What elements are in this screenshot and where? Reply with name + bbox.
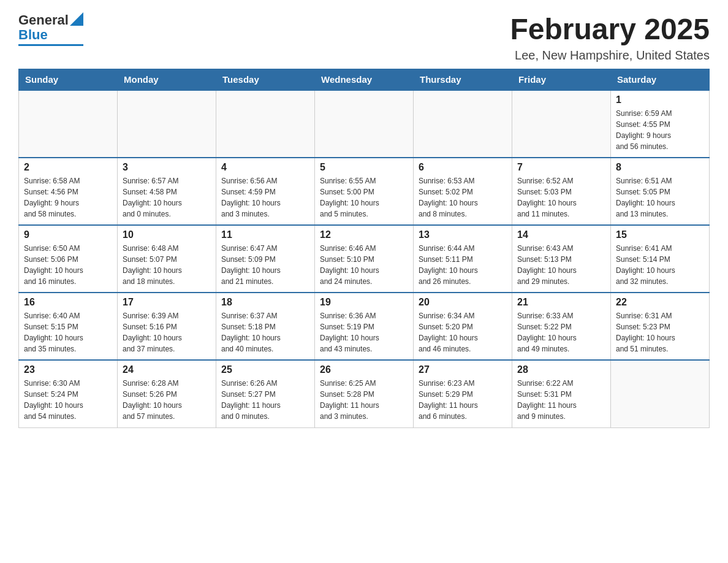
calendar-cell: 2Sunrise: 6:58 AM Sunset: 4:56 PM Daylig… <box>19 158 118 225</box>
day-info: Sunrise: 6:23 AM Sunset: 5:29 PM Dayligh… <box>419 378 507 422</box>
calendar-cell: 9Sunrise: 6:50 AM Sunset: 5:06 PM Daylig… <box>19 225 118 293</box>
calendar-cell: 23Sunrise: 6:30 AM Sunset: 5:24 PM Dayli… <box>19 360 118 427</box>
calendar-cell: 20Sunrise: 6:34 AM Sunset: 5:20 PM Dayli… <box>414 293 512 360</box>
day-info: Sunrise: 6:58 AM Sunset: 4:56 PM Dayligh… <box>24 175 112 220</box>
day-info: Sunrise: 6:47 AM Sunset: 5:09 PM Dayligh… <box>221 243 309 287</box>
day-info: Sunrise: 6:31 AM Sunset: 5:23 PM Dayligh… <box>616 310 704 354</box>
day-info: Sunrise: 6:26 AM Sunset: 5:27 PM Dayligh… <box>221 378 309 422</box>
day-info: Sunrise: 6:25 AM Sunset: 5:28 PM Dayligh… <box>320 378 408 422</box>
calendar-cell: 22Sunrise: 6:31 AM Sunset: 5:23 PM Dayli… <box>611 293 710 360</box>
day-info: Sunrise: 6:22 AM Sunset: 5:31 PM Dayligh… <box>517 378 605 422</box>
calendar-cell: 16Sunrise: 6:40 AM Sunset: 5:15 PM Dayli… <box>19 293 118 360</box>
day-number: 18 <box>221 297 309 308</box>
day-info: Sunrise: 6:50 AM Sunset: 5:06 PM Dayligh… <box>24 243 112 287</box>
day-info: Sunrise: 6:44 AM Sunset: 5:11 PM Dayligh… <box>419 243 507 287</box>
day-number: 20 <box>419 297 507 308</box>
calendar-cell: 1Sunrise: 6:59 AM Sunset: 4:55 PM Daylig… <box>611 90 710 158</box>
day-info: Sunrise: 6:34 AM Sunset: 5:20 PM Dayligh… <box>419 310 507 354</box>
title-block: February 2025 Lee, New Hampshire, United… <box>510 12 710 63</box>
calendar-cell: 10Sunrise: 6:48 AM Sunset: 5:07 PM Dayli… <box>118 225 216 293</box>
day-number: 24 <box>123 364 211 375</box>
calendar-header-row: SundayMondayTuesdayWednesdayThursdayFrid… <box>19 69 710 91</box>
day-of-week-header: Monday <box>118 69 216 91</box>
day-info: Sunrise: 6:41 AM Sunset: 5:14 PM Dayligh… <box>616 243 704 287</box>
day-info: Sunrise: 6:33 AM Sunset: 5:22 PM Dayligh… <box>517 310 605 354</box>
calendar-week-row: 1Sunrise: 6:59 AM Sunset: 4:55 PM Daylig… <box>19 90 710 158</box>
calendar-cell: 8Sunrise: 6:51 AM Sunset: 5:05 PM Daylig… <box>611 158 710 225</box>
calendar-cell <box>414 90 512 158</box>
day-number: 21 <box>517 297 605 308</box>
calendar-cell: 18Sunrise: 6:37 AM Sunset: 5:18 PM Dayli… <box>216 293 315 360</box>
day-number: 11 <box>221 229 309 240</box>
day-number: 1 <box>616 94 704 105</box>
calendar-cell: 24Sunrise: 6:28 AM Sunset: 5:26 PM Dayli… <box>118 360 216 427</box>
day-info: Sunrise: 6:39 AM Sunset: 5:16 PM Dayligh… <box>123 310 211 354</box>
day-of-week-header: Wednesday <box>315 69 414 91</box>
calendar-cell <box>118 90 216 158</box>
calendar-subtitle: Lee, New Hampshire, United States <box>510 48 710 63</box>
calendar-title: February 2025 <box>510 12 710 46</box>
calendar-cell: 12Sunrise: 6:46 AM Sunset: 5:10 PM Dayli… <box>315 225 414 293</box>
calendar-week-row: 16Sunrise: 6:40 AM Sunset: 5:15 PM Dayli… <box>19 293 710 360</box>
calendar-cell: 25Sunrise: 6:26 AM Sunset: 5:27 PM Dayli… <box>216 360 315 427</box>
svg-marker-0 <box>70 12 83 26</box>
day-number: 14 <box>517 229 605 240</box>
day-number: 25 <box>221 364 309 375</box>
day-number: 13 <box>419 229 507 240</box>
day-number: 8 <box>616 162 704 173</box>
logo-underline <box>18 44 83 46</box>
logo-triangle-icon <box>70 12 83 26</box>
day-number: 15 <box>616 229 704 240</box>
day-info: Sunrise: 6:28 AM Sunset: 5:26 PM Dayligh… <box>123 378 211 422</box>
calendar-cell: 26Sunrise: 6:25 AM Sunset: 5:28 PM Dayli… <box>315 360 414 427</box>
day-number: 3 <box>123 162 211 173</box>
calendar-week-row: 9Sunrise: 6:50 AM Sunset: 5:06 PM Daylig… <box>19 225 710 293</box>
day-number: 28 <box>517 364 605 375</box>
day-number: 4 <box>221 162 309 173</box>
calendar-week-row: 2Sunrise: 6:58 AM Sunset: 4:56 PM Daylig… <box>19 158 710 225</box>
day-number: 10 <box>123 229 211 240</box>
calendar-cell: 3Sunrise: 6:57 AM Sunset: 4:58 PM Daylig… <box>118 158 216 225</box>
calendar-cell <box>611 360 710 427</box>
calendar-week-row: 23Sunrise: 6:30 AM Sunset: 5:24 PM Dayli… <box>19 360 710 427</box>
calendar-cell: 21Sunrise: 6:33 AM Sunset: 5:22 PM Dayli… <box>512 293 611 360</box>
logo: General Blue <box>18 12 83 46</box>
calendar-cell: 17Sunrise: 6:39 AM Sunset: 5:16 PM Dayli… <box>118 293 216 360</box>
day-number: 12 <box>320 229 408 240</box>
day-of-week-header: Tuesday <box>216 69 315 91</box>
day-info: Sunrise: 6:52 AM Sunset: 5:03 PM Dayligh… <box>517 175 605 220</box>
day-number: 5 <box>320 162 408 173</box>
day-info: Sunrise: 6:59 AM Sunset: 4:55 PM Dayligh… <box>616 108 704 152</box>
calendar-cell <box>512 90 611 158</box>
day-info: Sunrise: 6:43 AM Sunset: 5:13 PM Dayligh… <box>517 243 605 287</box>
day-number: 2 <box>24 162 112 173</box>
day-number: 9 <box>24 229 112 240</box>
day-of-week-header: Saturday <box>611 69 710 91</box>
day-info: Sunrise: 6:37 AM Sunset: 5:18 PM Dayligh… <box>221 310 309 354</box>
day-info: Sunrise: 6:36 AM Sunset: 5:19 PM Dayligh… <box>320 310 408 354</box>
calendar-table: SundayMondayTuesdayWednesdayThursdayFrid… <box>18 69 710 428</box>
day-info: Sunrise: 6:48 AM Sunset: 5:07 PM Dayligh… <box>123 243 211 287</box>
day-number: 26 <box>320 364 408 375</box>
day-number: 17 <box>123 297 211 308</box>
day-number: 6 <box>419 162 507 173</box>
day-of-week-header: Friday <box>512 69 611 91</box>
day-number: 19 <box>320 297 408 308</box>
day-number: 7 <box>517 162 605 173</box>
calendar-cell <box>315 90 414 158</box>
day-info: Sunrise: 6:30 AM Sunset: 5:24 PM Dayligh… <box>24 378 112 422</box>
day-info: Sunrise: 6:55 AM Sunset: 5:00 PM Dayligh… <box>320 175 408 220</box>
day-number: 16 <box>24 297 112 308</box>
logo-general-text: General <box>18 12 69 28</box>
calendar-cell: 19Sunrise: 6:36 AM Sunset: 5:19 PM Dayli… <box>315 293 414 360</box>
calendar-cell: 28Sunrise: 6:22 AM Sunset: 5:31 PM Dayli… <box>512 360 611 427</box>
day-info: Sunrise: 6:56 AM Sunset: 4:59 PM Dayligh… <box>221 175 309 220</box>
calendar-cell: 7Sunrise: 6:52 AM Sunset: 5:03 PM Daylig… <box>512 158 611 225</box>
calendar-cell: 6Sunrise: 6:53 AM Sunset: 5:02 PM Daylig… <box>414 158 512 225</box>
calendar-cell: 15Sunrise: 6:41 AM Sunset: 5:14 PM Dayli… <box>611 225 710 293</box>
day-info: Sunrise: 6:40 AM Sunset: 5:15 PM Dayligh… <box>24 310 112 354</box>
calendar-cell <box>19 90 118 158</box>
page-header: General Blue February 2025 Lee, New Hamp… <box>18 12 710 63</box>
day-info: Sunrise: 6:57 AM Sunset: 4:58 PM Dayligh… <box>123 175 211 220</box>
day-number: 27 <box>419 364 507 375</box>
